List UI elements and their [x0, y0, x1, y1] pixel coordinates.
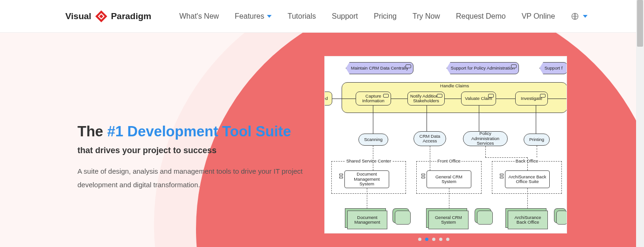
diagram-text: Scanning: [364, 137, 383, 142]
diagram-box-crm-access: CRM Data Access: [413, 131, 446, 146]
diagram-text: General CRM System: [429, 175, 469, 184]
nav-vp-online[interactable]: VP Online: [522, 12, 555, 21]
diagram-text: ArchiSurance Back Office Suite: [507, 175, 547, 184]
nav-request-demo[interactable]: Request Demo: [456, 12, 506, 21]
caret-down-icon: [583, 15, 588, 18]
diagram-text: Support f: [545, 66, 563, 71]
diagram-text: ArchiSurance Back Office: [510, 215, 546, 225]
navbar: Visual Paradigm What's New Features Tuto…: [0, 0, 644, 33]
nav-tutorials[interactable]: Tutorials: [287, 12, 316, 21]
diagram-text: Document Management System: [347, 172, 387, 186]
diagram-device-2: [477, 211, 493, 225]
nav-whats-new-label: What's New: [179, 12, 219, 21]
hero-content: The #1 Development Tool Suite that drive…: [77, 122, 320, 191]
diagram-text: ved: [324, 96, 328, 101]
carousel-dot-1[interactable]: [425, 238, 428, 241]
carousel-dot-0[interactable]: [418, 238, 421, 241]
nav-try-now-label: Try Now: [413, 12, 440, 21]
diagram-text: Investigate: [521, 96, 542, 101]
diagram-box-policy-admin: Policy Administration Services: [463, 131, 508, 146]
diagram-box-ved: ved: [324, 92, 332, 106]
hero-title: The #1 Development Tool Suite: [77, 122, 320, 141]
nav-features[interactable]: Features: [235, 12, 272, 21]
carousel-dot-3[interactable]: [439, 238, 442, 241]
diagram-text: CRM Data Access: [416, 134, 444, 144]
nav-pricing[interactable]: Pricing: [374, 12, 397, 21]
diagram-box-valuate: Valuate Claim: [461, 92, 496, 106]
brand-logo[interactable]: Visual Paradigm: [65, 9, 151, 23]
brand-text-2: Paradigm: [111, 11, 152, 21]
diagram-node-dms: Document Management: [347, 211, 387, 229]
nav-vp-online-label: VP Online: [522, 12, 555, 21]
nav-pricing-label: Pricing: [374, 12, 397, 21]
diagram-box-scanning: Scanning: [358, 134, 388, 146]
globe-icon: [571, 12, 579, 21]
diagram-text: Maintain CRM Data Centrally: [351, 66, 408, 71]
diagram-box-support-policy: Support for Policy Administration: [447, 62, 519, 74]
diagram-text: Front Office: [436, 159, 461, 163]
diagram-box-gcrm: General CRM System: [427, 170, 471, 188]
diagram-text: Shared Service Center: [345, 159, 392, 163]
diagram-box-printing: Printing: [524, 134, 550, 146]
hero-title-highlight: #1 Development Tool Suite: [107, 123, 291, 140]
vertical-scrollbar[interactable]: [636, 0, 644, 247]
diagram-box-dms: Document Management System: [344, 170, 389, 188]
caret-down-icon: [267, 15, 272, 18]
nav-features-label: Features: [235, 12, 264, 21]
nav-support-label: Support: [332, 12, 358, 21]
diagram-text: General CRM System: [431, 215, 466, 225]
hero-title-prefix: The: [77, 123, 107, 140]
diagram-text: Policy Administration Services: [465, 131, 505, 146]
nav-try-now[interactable]: Try Now: [413, 12, 440, 21]
diagram-box-capture: Capture Information: [356, 92, 391, 106]
diagram-text: Handle Claims: [440, 84, 469, 88]
diagram-node-gcrm: General CRM System: [428, 211, 469, 229]
diagram-box-archi: ArchiSurance Back Office Suite: [505, 170, 550, 188]
carousel-dot-2[interactable]: [432, 238, 435, 241]
nav-request-demo-label: Request Demo: [456, 12, 506, 21]
hero-subtitle: that drives your project to success: [77, 146, 320, 155]
archimate-diagram: Maintain CRM Data Centrally Support for …: [325, 56, 567, 233]
carousel-dots: [418, 238, 449, 241]
hero-slideshow[interactable]: Maintain CRM Data Centrally Support for …: [324, 56, 567, 233]
diagram-device-3: [556, 211, 567, 225]
brand-diamond-icon: [94, 9, 108, 23]
diagram-box-notify: Notify Additional Stakeholders: [407, 92, 445, 106]
diagram-box-investigate: Investigate: [515, 92, 548, 106]
nav-tutorials-label: Tutorials: [287, 12, 316, 21]
nav-links: What's New Features Tutorials Support Pr…: [179, 12, 555, 21]
scrollbar-thumb[interactable]: [637, 0, 643, 47]
nav-whats-new[interactable]: What's New: [179, 12, 219, 21]
hero-body: A suite of design, analysis and manageme…: [77, 165, 320, 191]
diagram-text: Back Office: [515, 159, 539, 163]
diagram-box-support-f: Support f: [539, 62, 567, 74]
language-picker[interactable]: [571, 12, 588, 21]
nav-support[interactable]: Support: [332, 12, 358, 21]
diagram-node-archi: ArchiSurance Back Office: [508, 211, 548, 229]
diagram-text: Document Management: [350, 215, 385, 225]
carousel-dot-4[interactable]: [446, 238, 449, 241]
diagram-text: Support for Policy Administration: [451, 66, 515, 71]
brand-text-1: Visual: [65, 11, 91, 21]
hero: The #1 Development Tool Suite that drive…: [0, 33, 644, 247]
diagram-box-maintain: Maintain CRM Data Centrally: [346, 62, 413, 74]
diagram-device-1: [395, 211, 411, 225]
diagram-text: Printing: [529, 137, 544, 142]
